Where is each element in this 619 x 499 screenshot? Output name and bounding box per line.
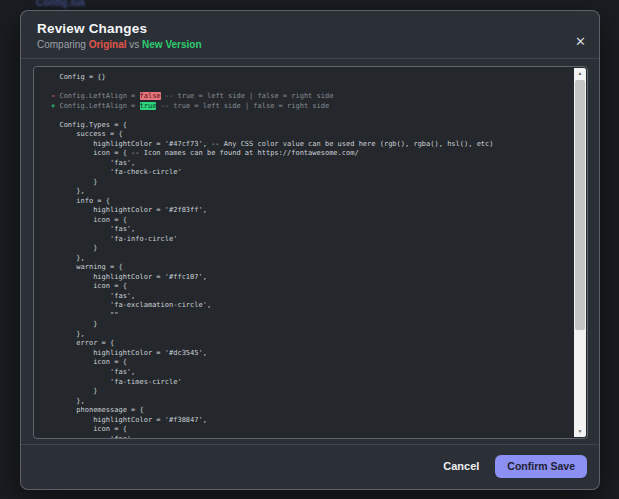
code-line: } — [51, 244, 573, 254]
code-content: Config = {} - Config.LeftAlign = false -… — [34, 67, 587, 439]
code-line — [51, 111, 573, 121]
code-line: } — [51, 320, 573, 330]
code-line: 'fa-info-circle' — [51, 235, 573, 245]
code-line: 'fas', — [51, 159, 573, 169]
scrollbar-thumb[interactable] — [575, 80, 585, 330]
subtitle-vs: vs — [127, 39, 143, 50]
modal-body: Config = {} - Config.LeftAlign = false -… — [21, 59, 599, 439]
code-line: 'fa-times-circle' — [51, 378, 573, 388]
subtitle-original-label: Original — [89, 39, 127, 50]
code-line: warning = { — [51, 263, 573, 273]
code-line: 'fas', — [51, 368, 573, 378]
code-line: highlightColor = '#2f83ff', — [51, 206, 573, 216]
modal-header: Review Changes Comparing Original vs New… — [21, 11, 599, 59]
code-line: highlightColor = '#f38847', — [51, 416, 573, 426]
subtitle-new-version-label: New Version — [142, 39, 201, 50]
code-line: Config.Types = { — [51, 121, 573, 131]
code-line: } — [51, 178, 573, 188]
code-line: }, — [51, 397, 573, 407]
code-line: highlightColor = '#47cf73', -- Any CSS c… — [51, 140, 573, 150]
code-line: highlightColor = '#dc3545', — [51, 349, 573, 359]
code-line: 'fas', — [51, 435, 573, 439]
code-line: }, — [51, 187, 573, 197]
code-line: } — [51, 387, 573, 397]
code-line: success = { — [51, 130, 573, 140]
code-line: }, — [51, 254, 573, 264]
code-line: 'fas', — [51, 292, 573, 302]
background-tab-label: Config.lua — [36, 0, 85, 8]
code-line: icon = { — [51, 425, 573, 435]
cancel-button[interactable]: Cancel — [443, 460, 479, 472]
diff-code-area[interactable]: Config = {} - Config.LeftAlign = false -… — [33, 66, 588, 439]
code-line — [51, 83, 573, 93]
code-line: - Config.LeftAlign = false -- true = lef… — [51, 92, 573, 102]
subtitle-prefix: Comparing — [37, 39, 89, 50]
modal-footer: Cancel Confirm Save — [21, 444, 599, 489]
code-line: "" — [51, 311, 573, 321]
code-line: Config = {} — [51, 73, 573, 83]
code-line: 'fa-check-circle' — [51, 168, 573, 178]
vertical-scrollbar[interactable]: ▲ ▼ — [574, 68, 586, 437]
scroll-up-icon[interactable]: ▲ — [574, 68, 586, 79]
code-line: phonemessage = { — [51, 406, 573, 416]
code-line: error = { — [51, 339, 573, 349]
code-line: info = { — [51, 197, 573, 207]
scroll-down-icon[interactable]: ▼ — [574, 426, 586, 437]
modal-subtitle: Comparing Original vs New Version — [37, 39, 583, 50]
code-line: 'fas', — [51, 225, 573, 235]
modal-title: Review Changes — [37, 21, 583, 36]
code-line: icon = { — [51, 282, 573, 292]
code-line: icon = { -- Icon names can be found at h… — [51, 149, 573, 159]
code-line: icon = { — [51, 358, 573, 368]
code-line: highlightColor = '#ffc107', — [51, 273, 573, 283]
code-line: + Config.LeftAlign = true -- true = left… — [51, 102, 573, 112]
code-line: 'fa-exclamation-circle', — [51, 301, 573, 311]
close-icon[interactable]: ✕ — [575, 35, 586, 48]
code-line: }, — [51, 330, 573, 340]
confirm-save-button[interactable]: Confirm Save — [495, 455, 587, 478]
code-line: icon = { — [51, 216, 573, 226]
review-changes-modal: Review Changes Comparing Original vs New… — [20, 10, 600, 490]
